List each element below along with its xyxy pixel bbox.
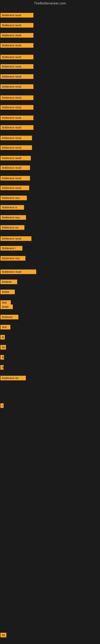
bottleneck-bar-34: B (0, 355, 4, 360)
bottleneck-bar-23: Bottleneck r (0, 246, 22, 250)
bottleneck-bar-20: Bottleneck resu (0, 215, 26, 220)
bottleneck-bar-9: Bottleneck result (0, 105, 33, 110)
bottleneck-bar-25: Bottleneck result (0, 270, 36, 274)
bottleneck-bar-31: Bott (0, 325, 10, 330)
bottleneck-bar-6: Bottleneck result (0, 74, 33, 79)
bottleneck-bar-32: B (0, 335, 5, 340)
bottleneck-bar-11: Bottleneck result (0, 125, 33, 130)
bottleneck-bar-10: Bottleneck result (0, 116, 33, 120)
bottleneck-bar-16: Bottleneck result (0, 176, 30, 180)
bottleneck-bar-22: Bottleneck result (0, 236, 31, 241)
bottleneck-bar-4: Bottleneck result (0, 55, 33, 59)
bottleneck-bar-30: Bottlenec (0, 315, 18, 320)
site-title: TheBottlenecker.com (0, 0, 100, 7)
bottleneck-bar-12: Bottleneck result (0, 136, 32, 140)
bottleneck-bar-17: Bottleneck result (0, 186, 29, 190)
bottleneck-bar-2: Bottleneck result (0, 33, 33, 38)
bottleneck-bar-1: Bottleneck result (0, 23, 33, 28)
bottleneck-bar-3: Bottleneck result (0, 43, 33, 48)
bottleneck-bar-18: Bottleneck resu (0, 196, 27, 200)
bottleneck-bar-26: Bottlene (0, 280, 17, 284)
bottleneck-bar-15: Bottleneck result (0, 166, 30, 170)
bottleneck-bar-8: Bottleneck result (0, 96, 33, 100)
bottleneck-bar-29: Bottle (0, 304, 13, 309)
bottleneck-bar-13: Bottleneck result (0, 145, 32, 150)
bottleneck-bar-35: B (0, 365, 3, 370)
bottleneck-bar-21: Bottleneck res (0, 225, 24, 230)
bottleneck-bar-28: Bott (0, 300, 11, 305)
bottleneck-bar-33: Bo (0, 345, 6, 350)
bottleneck-bar-14: Bottleneck result (0, 156, 31, 160)
bottleneck-bar-0: Bottleneck result (0, 13, 33, 18)
bars-container: Bottleneck resultBottleneck resultBottle… (0, 9, 100, 643)
bottleneck-bar-36: Bottleneck res (0, 376, 26, 380)
bottleneck-bar-27: Bottler (0, 290, 15, 294)
bottleneck-bar-38: Bo (0, 633, 6, 637)
bottleneck-bar-7: Bottleneck result (0, 84, 33, 89)
bottleneck-bar-5: Bottleneck result (0, 64, 33, 69)
bottleneck-bar-37: I (0, 403, 3, 408)
bottleneck-bar-24: Bottleneck resu (0, 256, 25, 260)
bottleneck-bar-19: Bottleneck re (0, 205, 24, 210)
